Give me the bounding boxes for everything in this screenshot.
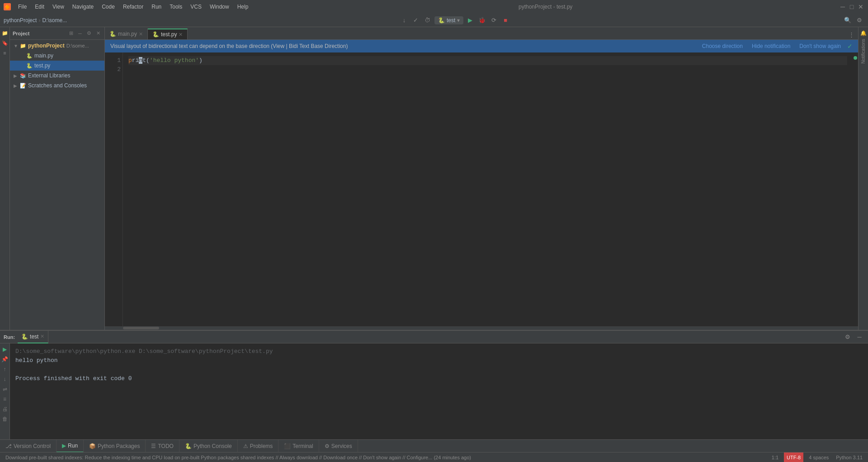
soft-wrap-btn[interactable]: ⇌ [1, 385, 9, 393]
debug-button[interactable]: 🐞 [477, 15, 487, 25]
run-tab-test[interactable]: 🐍 test ✕ [18, 331, 48, 343]
tree-item-project-root[interactable]: ▼ 📁 pythonProject D:\some... [10, 41, 104, 51]
pin-button[interactable]: 📌 [1, 355, 9, 363]
todo-icon: ☰ [151, 443, 156, 449]
menu-help[interactable]: Help [234, 3, 252, 11]
choose-direction-button[interactable]: Choose direction [699, 42, 745, 50]
tree-label-main-py: main.py [34, 52, 53, 59]
tab-problems[interactable]: ⚠ Problems [238, 440, 279, 452]
run-tab-icon: 🐍 [21, 333, 28, 340]
tab-python-console[interactable]: 🐍 Python Console [179, 440, 238, 452]
update-project-button[interactable]: ↓ [399, 15, 409, 25]
run-config-selector[interactable]: 🐍 test ▾ [434, 16, 463, 24]
project-icon[interactable]: 📁 [1, 29, 9, 37]
editor-area: 🐍 main.py ✕ 🐍 test.py ✕ ⋮ Visual layout … [105, 27, 858, 330]
menu-tools[interactable]: Tools [166, 3, 186, 11]
status-indent[interactable]: 4 spaces [807, 455, 830, 460]
rerun-button[interactable]: ▶ [1, 345, 9, 353]
tree-arrow-project: ▼ [14, 43, 18, 48]
print-btn[interactable]: 🖨 [1, 405, 9, 413]
menu-window[interactable]: Window [206, 3, 233, 11]
settings-button[interactable]: ⚙ [854, 15, 864, 25]
library-icon: 📚 [20, 73, 26, 79]
notification-close-icon[interactable]: ✓ [847, 43, 853, 50]
tab-run[interactable]: ▶ Run [57, 440, 84, 452]
menu-navigate[interactable]: Navigate [69, 3, 97, 11]
run-settings-btn[interactable]: ⚙ [843, 332, 853, 342]
fold-output-btn[interactable]: ≡ [1, 395, 9, 403]
structure-icon[interactable]: ≡ [1, 49, 9, 57]
status-line-col[interactable]: 1:1 [770, 455, 780, 460]
menu-edit[interactable]: Edit [31, 3, 48, 11]
run-button[interactable]: ▶ [465, 15, 475, 25]
menu-run[interactable]: Run [148, 3, 165, 11]
project-panel: Project ⊞ ─ ⚙ ✕ ▼ 📁 pythonProject D:\som… [10, 27, 105, 330]
window-title: pythonProject - test.py [519, 4, 572, 10]
clear-output-btn[interactable]: 🗑 [1, 415, 9, 423]
tree-item-test-py[interactable]: 🐍 test.py [10, 61, 104, 71]
tree-label-path: D:\some... [66, 43, 89, 48]
tree-label-project: pythonProject [28, 43, 65, 49]
status-encoding[interactable]: UTF-8 [784, 452, 803, 462]
status-download-text[interactable]: Download pre-built shared indexes: Reduc… [4, 455, 766, 460]
tab-python-packages[interactable]: 📦 Python Packages [84, 440, 146, 452]
scroll-up-btn[interactable]: ↑ [1, 365, 9, 373]
py-file-icon-main: 🐍 [26, 53, 33, 59]
tab-todo[interactable]: ☰ TODO [146, 440, 179, 452]
py-file-icon-test: 🐍 [26, 63, 33, 69]
tree-item-scratches[interactable]: ▶ 📝 Scratches and Consoles [10, 81, 104, 90]
bookmark-icon[interactable]: 🔖 [1, 39, 9, 47]
scrollbar-thumb[interactable] [123, 327, 159, 329]
line-numbers: 1 2 [105, 52, 123, 326]
menu-file[interactable]: File [14, 3, 30, 11]
panel-layout-btn[interactable]: ⊞ [67, 30, 75, 37]
project-panel-title: Project [13, 31, 66, 36]
editor-settings-btn[interactable]: ⋮ [846, 29, 856, 39]
status-python-version[interactable]: Python 3.11 [834, 455, 864, 460]
coverage-button[interactable]: ⟳ [489, 15, 499, 25]
run-tab-close-icon[interactable]: ✕ [40, 333, 44, 339]
tree-item-main-py[interactable]: 🐍 main.py [10, 51, 104, 61]
history-button[interactable]: ⏱ [423, 15, 433, 25]
horizontal-scrollbar[interactable] [105, 326, 858, 330]
dont-show-again-button[interactable]: Don't show again [797, 42, 844, 50]
hide-notification-button[interactable]: Hide notification [749, 42, 793, 50]
tree-arrow-scratches: ▶ [14, 83, 18, 88]
tab-version-control[interactable]: ⎇ Version Control [0, 440, 57, 452]
tab-close-main[interactable]: ✕ [139, 31, 143, 37]
tree-label-scratches: Scratches and Consoles [28, 82, 87, 89]
panel-collapse-btn[interactable]: ─ [76, 30, 84, 37]
tree-arrow-external: ▶ [14, 73, 18, 78]
code-content[interactable]: print('hello python') [123, 52, 853, 326]
notifications-label: Notifications [861, 39, 866, 63]
maximize-button[interactable]: □ [848, 3, 855, 10]
main-toolbar: pythonProject › D:\some... ↓ ✓ ⏱ 🐍 test … [0, 14, 868, 27]
tab-icon-test: 🐍 [152, 31, 159, 38]
menu-view[interactable]: View [49, 3, 68, 11]
panel-close-btn[interactable]: ✕ [94, 30, 102, 37]
tab-main-py[interactable]: 🐍 main.py ✕ [105, 29, 148, 39]
tree-item-external-libs[interactable]: ▶ 📚 External Libraries [10, 71, 104, 81]
minimize-button[interactable]: ─ [839, 3, 846, 10]
stop-button[interactable]: ■ [500, 15, 510, 25]
panel-gear-btn[interactable]: ⚙ [85, 30, 93, 37]
menu-refactor[interactable]: Refactor [119, 3, 147, 11]
code-area: 1 2 print('hello python') [105, 52, 858, 326]
tab-terminal[interactable]: ⬛ Terminal [278, 440, 319, 452]
code-line-2 [128, 65, 847, 74]
scroll-down-btn[interactable]: ↓ [1, 375, 9, 383]
tab-test-py[interactable]: 🐍 test.py ✕ [148, 29, 188, 39]
project-panel-header: Project ⊞ ─ ⚙ ✕ [10, 27, 104, 40]
run-minimize-btn[interactable]: ─ [854, 332, 864, 342]
tab-services[interactable]: ⚙ Services [319, 440, 358, 452]
commit-button[interactable]: ✓ [411, 15, 421, 25]
menu-vcs[interactable]: VCS [187, 3, 205, 11]
run-tab-label: test [30, 333, 38, 340]
tab-close-test[interactable]: ✕ [179, 32, 183, 38]
notifications-icon[interactable]: 🔔 [859, 29, 868, 37]
search-everywhere-button[interactable]: 🔍 [843, 15, 853, 25]
breadcrumb-project[interactable]: pythonProject [4, 17, 37, 24]
close-button[interactable]: ✕ [857, 3, 864, 10]
menu-code[interactable]: Code [98, 3, 118, 11]
run-panel: Run: 🐍 test ✕ ⚙ ─ ▶ 📌 ↑ ↓ ⇌ ≡ 🖨 🗑 D:\som… [0, 330, 868, 452]
